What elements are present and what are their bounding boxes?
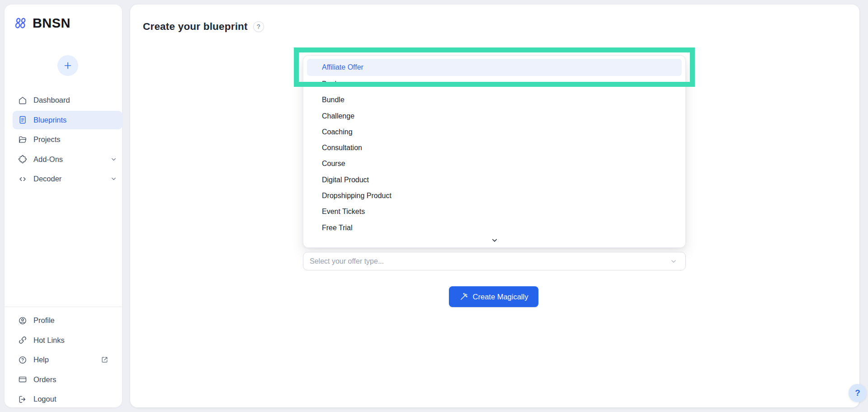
plus-icon [63, 61, 73, 71]
title-help-icon[interactable]: ? [253, 21, 264, 32]
sidebar-item-label: Add-Ons [33, 155, 63, 164]
select-placeholder: Select your offer type... [310, 257, 670, 265]
offer-type-select[interactable]: Select your offer type... [303, 252, 686, 270]
sidebar-item-label: Dashboard [33, 96, 70, 104]
sidebar-item-label: Hot Links [33, 336, 65, 345]
select-chevron-icon [670, 258, 677, 265]
sidebar-item-label: Orders [33, 375, 56, 384]
sidebar-item-label: Help [33, 355, 49, 364]
sidebar-item-projects[interactable]: Projects [13, 130, 123, 149]
sidebar-item-hot-links[interactable]: Hot Links [13, 331, 114, 350]
sidebar-item-dashboard[interactable]: Dashboard [13, 91, 123, 109]
option-affiliate-offer[interactable]: Affiliate Offer [307, 59, 682, 76]
sidebar-item-orders[interactable]: Orders [13, 370, 114, 389]
chevron-down-icon [110, 156, 117, 163]
sidebar-item-help[interactable]: Help [13, 350, 114, 369]
magic-wand-icon [459, 292, 468, 301]
sidebar-item-logout[interactable]: Logout [13, 390, 114, 408]
option-bundle[interactable]: Bundle [307, 92, 682, 108]
sidebar-nav: Dashboard Blueprints Projects [13, 91, 123, 189]
link-icon [18, 336, 27, 345]
main-panel: Create your blueprint ? Affiliate Offer … [130, 5, 859, 407]
external-link-icon [101, 356, 108, 364]
bnsn-logo-icon [14, 16, 31, 31]
option-digital-product[interactable]: Digital Product [307, 172, 682, 188]
sidebar: BNSN Dashboard Blueprints [5, 5, 122, 407]
sidebar-item-label: Projects [33, 135, 61, 144]
sidebar-item-blueprints[interactable]: Blueprints [13, 111, 123, 129]
option-event-tickets[interactable]: Event Tickets [307, 204, 682, 219]
option-free-trial[interactable]: Free Trial [307, 220, 682, 236]
option-consultation[interactable]: Consultation [307, 140, 682, 156]
sidebar-item-label: Logout [33, 395, 56, 403]
brand-name: BNSN [33, 16, 71, 31]
brand-logo: BNSN [14, 16, 71, 31]
sidebar-item-label: Decoder [33, 175, 61, 183]
document-icon [18, 115, 27, 124]
offer-type-dropdown-list: Affiliate Offer Book Bundle Challenge Co… [303, 55, 686, 248]
sidebar-item-label: Profile [33, 316, 55, 325]
folder-icon [18, 135, 27, 144]
scroll-down-chevron-icon[interactable] [491, 237, 498, 244]
create-new-button[interactable] [57, 55, 78, 76]
sidebar-item-label: Blueprints [33, 116, 66, 124]
create-magically-label: Create Magically [473, 293, 528, 301]
option-coaching[interactable]: Coaching [307, 124, 682, 140]
option-challenge[interactable]: Challenge [307, 108, 682, 124]
code-icon [18, 175, 27, 184]
sidebar-item-add-ons[interactable]: Add-Ons [13, 150, 123, 169]
page-title: Create your blueprint [143, 21, 248, 33]
page-header: Create your blueprint ? [143, 21, 264, 33]
sidebar-footer-nav: Profile Hot Links Help [5, 307, 122, 410]
create-magically-button[interactable]: Create Magically [449, 286, 538, 307]
chevron-down-icon [110, 175, 117, 182]
option-dropshipping-product[interactable]: Dropshipping Product [307, 188, 682, 204]
option-course[interactable]: Course [307, 156, 682, 171]
option-book[interactable]: Book [307, 76, 682, 92]
sidebar-item-profile[interactable]: Profile [13, 311, 114, 330]
logout-icon [18, 395, 27, 404]
puzzle-icon [18, 155, 27, 164]
user-circle-icon [18, 316, 27, 325]
sidebar-item-decoder[interactable]: Decoder [13, 170, 123, 188]
home-icon [18, 96, 27, 105]
credit-card-icon [18, 375, 27, 384]
help-circle-icon [18, 355, 27, 365]
floating-help-button[interactable]: ? [849, 384, 867, 402]
